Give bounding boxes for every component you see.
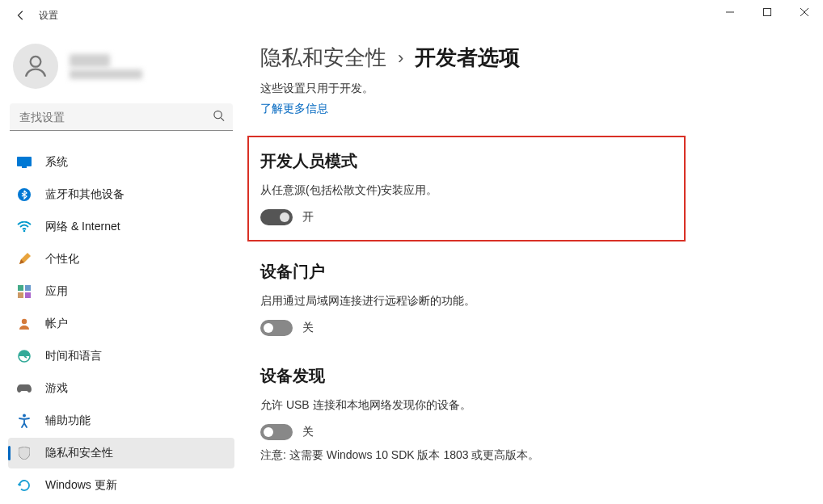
sidebar-item-label: 蓝牙和其他设备 — [45, 187, 125, 202]
network-icon — [16, 219, 32, 235]
sidebar-item-gaming[interactable]: 游戏 — [8, 373, 234, 404]
sidebar-item-label: 个性化 — [45, 252, 79, 267]
toggle-state-label: 关 — [302, 425, 314, 439]
search-input[interactable] — [10, 103, 233, 131]
person-icon — [22, 52, 49, 80]
system-icon — [16, 154, 32, 170]
svg-point-10 — [23, 230, 26, 233]
section-desc: 启用通过局域网连接进行远程诊断的功能。 — [260, 294, 799, 309]
search-icon — [213, 110, 225, 125]
maximize-icon — [763, 8, 771, 16]
svg-rect-11 — [18, 285, 23, 291]
sidebar-item-label: 时间和语言 — [45, 349, 102, 363]
sidebar-item-system[interactable]: 系统 — [8, 147, 234, 178]
sidebar-item-privacy[interactable]: 隐私和安全性 — [8, 438, 234, 468]
sidebar-item-bluetooth[interactable]: 蓝牙和其他设备 — [8, 179, 234, 210]
chevron-right-icon: › — [398, 48, 403, 69]
arrow-left-icon — [15, 10, 27, 21]
sidebar-item-label: 隐私和安全性 — [45, 446, 113, 460]
privacy-icon — [16, 445, 32, 461]
accessibility-icon — [16, 413, 32, 429]
sidebar-item-label: 系统 — [45, 155, 68, 170]
svg-point-17 — [23, 414, 26, 418]
toggle-state-label: 关 — [302, 321, 314, 335]
device-discovery-section: 设备发现 允许 USB 连接和本地网络发现你的设备。 关 注意: 这需要 Win… — [260, 362, 799, 466]
breadcrumb-parent[interactable]: 隐私和安全性 — [260, 44, 386, 72]
svg-rect-8 — [22, 166, 27, 168]
svg-line-6 — [221, 118, 224, 121]
back-button[interactable] — [10, 4, 32, 27]
sidebar: 系统 蓝牙和其他设备 网络 & Internet 个性化 应用 帐户 — [0, 31, 243, 504]
svg-rect-12 — [25, 285, 31, 291]
bluetooth-icon — [16, 187, 32, 203]
user-name-redacted — [70, 52, 142, 82]
sidebar-item-label: 辅助功能 — [45, 414, 91, 428]
account-icon — [16, 316, 32, 332]
sidebar-item-time[interactable]: 时间和语言 — [8, 341, 234, 372]
gaming-icon — [16, 380, 32, 397]
sidebar-item-label: 应用 — [45, 284, 68, 299]
section-title: 设备发现 — [260, 365, 799, 387]
svg-rect-7 — [17, 157, 32, 166]
device-portal-section: 设备门户 启用通过局域网连接进行远程诊断的功能。 关 — [260, 258, 799, 339]
section-desc: 从任意源(包括松散文件)安装应用。 — [260, 183, 673, 198]
titlebar: 设置 — [0, 0, 823, 31]
svg-point-4 — [31, 57, 41, 67]
user-header[interactable] — [8, 39, 234, 103]
svg-point-5 — [214, 111, 222, 118]
time-icon — [16, 348, 32, 364]
toggle-state-label: 开 — [302, 210, 314, 225]
avatar — [13, 44, 58, 89]
sidebar-item-update[interactable]: Windows 更新 — [8, 470, 234, 501]
section-desc: 允许 USB 连接和本地网络发现你的设备。 — [260, 398, 799, 413]
learn-more-link[interactable]: 了解更多信息 — [260, 102, 328, 116]
svg-rect-13 — [18, 292, 23, 298]
maximize-button[interactable] — [749, 0, 786, 24]
window-controls — [711, 0, 823, 24]
content-area: 隐私和安全性 › 开发者选项 这些设置只用于开发。 了解更多信息 开发人员模式 … — [243, 31, 823, 504]
svg-point-15 — [22, 319, 27, 324]
close-button[interactable] — [786, 0, 823, 24]
svg-rect-14 — [25, 292, 31, 298]
search-box — [10, 103, 233, 131]
sidebar-item-account[interactable]: 帐户 — [8, 309, 234, 339]
sidebar-item-network[interactable]: 网络 & Internet — [8, 212, 234, 242]
sidebar-item-personalize[interactable]: 个性化 — [8, 244, 234, 275]
device-discovery-note: 注意: 这需要 Windows 10 SDK 版本 1803 或更高版本。 — [260, 448, 799, 463]
breadcrumb-current: 开发者选项 — [415, 44, 520, 72]
sidebar-item-label: 帐户 — [45, 317, 68, 331]
update-icon — [16, 477, 32, 494]
device-discovery-toggle[interactable] — [260, 424, 293, 440]
sidebar-item-label: 网络 & Internet — [45, 220, 120, 234]
window-title: 设置 — [39, 9, 58, 23]
nav-list: 系统 蓝牙和其他设备 网络 & Internet 个性化 应用 帐户 — [8, 147, 234, 501]
svg-rect-1 — [764, 9, 771, 16]
close-icon — [800, 8, 808, 16]
personalize-icon — [16, 251, 32, 267]
apps-icon — [16, 284, 32, 300]
section-title: 设备门户 — [260, 261, 799, 283]
minimize-icon — [726, 8, 734, 16]
sidebar-item-label: Windows 更新 — [45, 478, 117, 493]
sidebar-item-accessibility[interactable]: 辅助功能 — [8, 405, 234, 436]
breadcrumb: 隐私和安全性 › 开发者选项 — [260, 44, 799, 72]
sidebar-item-label: 游戏 — [45, 381, 68, 396]
minimize-button[interactable] — [711, 0, 749, 24]
sidebar-item-apps[interactable]: 应用 — [8, 276, 234, 307]
device-portal-toggle[interactable] — [260, 320, 293, 336]
developer-mode-section: 开发人员模式 从任意源(包括松散文件)安装应用。 开 — [247, 136, 686, 242]
intro-text: 这些设置只用于开发。 — [260, 82, 799, 96]
section-title: 开发人员模式 — [260, 150, 673, 172]
developer-mode-toggle[interactable] — [260, 209, 293, 225]
